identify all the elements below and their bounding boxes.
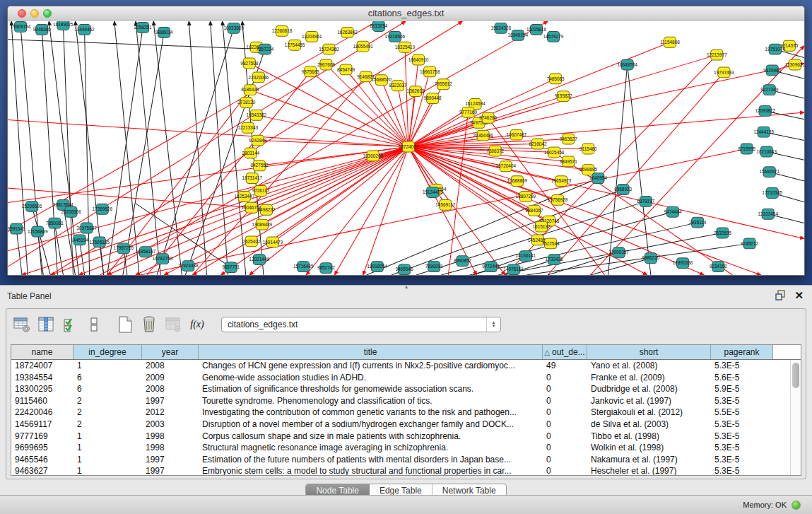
table-cell[interactable]: 6 <box>73 372 142 384</box>
table-cell[interactable]: Tourette syndrome. Phenomenology and cla… <box>199 395 543 407</box>
table-cell[interactable]: Jankovic et al. (1997) <box>587 395 711 407</box>
graph-edge[interactable] <box>107 28 143 275</box>
graph-node[interactable]: 9227349 <box>760 85 778 95</box>
graph-edge[interactable] <box>8 147 408 253</box>
table-row[interactable]: 1830029562008Estimation of significance … <box>11 383 790 395</box>
graph-node[interactable]: 16210643 <box>756 146 777 157</box>
graph-node[interactable]: 9463627 <box>560 134 577 144</box>
table-cell[interactable]: 0 <box>543 465 587 475</box>
column-header-in_degree[interactable]: in_degree <box>73 345 142 359</box>
table-cell[interactable]: 0 <box>543 419 587 431</box>
graph-node[interactable]: 6879197 <box>637 196 654 206</box>
graph-node[interactable]: 18640910 <box>408 54 429 65</box>
graph-node[interactable]: 12754455 <box>285 40 305 50</box>
table-cell[interactable]: 2012 <box>142 407 199 419</box>
graph-node[interactable]: 14136141 <box>516 251 536 262</box>
graph-node[interactable]: 8215955 <box>738 144 755 154</box>
graph-node[interactable]: 18579279 <box>543 31 564 42</box>
table-row[interactable]: 946554611997Estimation of the future num… <box>11 454 790 466</box>
table-cell[interactable]: 5.3E-5 <box>711 442 773 454</box>
graph-node[interactable]: 7632695 <box>714 228 731 238</box>
graph-node[interactable]: 16648784 <box>617 59 637 70</box>
table-row[interactable]: 977716911998Corpus callosum shape and si… <box>11 431 790 443</box>
table-cell[interactable]: 2003 <box>142 419 199 431</box>
table-row[interactable]: 1456911722003Disruption of a novel membe… <box>11 419 790 431</box>
table-cell[interactable]: Wolkin et al. (1998) <box>587 442 711 454</box>
graph-node[interactable]: 12505185 <box>89 237 110 247</box>
table-cell[interactable]: 1998 <box>142 431 199 443</box>
graph-edge[interactable] <box>123 33 164 275</box>
graph-node[interactable]: 9474444 <box>664 206 682 217</box>
graph-node[interactable]: 2935114 <box>689 217 707 228</box>
panel-close-icon[interactable]: ✕ <box>794 290 804 300</box>
column-header-pagerank[interactable]: pagerank <box>711 345 773 359</box>
graph-node[interactable]: 2967608 <box>317 59 335 70</box>
graph-node[interactable]: 16543382 <box>247 110 267 120</box>
graph-edge[interactable] <box>192 147 408 275</box>
table-cell[interactable]: Genome-wide association studies in ADHD. <box>199 372 543 384</box>
network-window-titlebar[interactable]: citations_edges.txt <box>8 6 804 21</box>
table-cell[interactable]: Disruption of a novel member of a sodium… <box>199 419 543 431</box>
graph-node[interactable]: 8958923 <box>614 185 632 195</box>
column-header-out_de[interactable]: △out_de... <box>543 345 587 359</box>
table-cell[interactable]: 1998 <box>142 442 199 454</box>
table-cell[interactable]: 1 <box>73 465 142 475</box>
table-cell[interactable]: Hescheler et al. (1997) <box>587 465 711 475</box>
table-cell[interactable]: 9777169 <box>11 431 73 443</box>
table-cell[interactable]: 49 <box>543 360 587 372</box>
table-cell[interactable]: Corpus callosum shape and size in male p… <box>199 431 543 443</box>
new-table-icon[interactable] <box>115 315 135 334</box>
graph-node[interactable]: 8990852 <box>454 256 471 267</box>
table-cell[interactable]: 2 <box>73 395 142 407</box>
table-cell[interactable]: de Silva et al. (2003) <box>587 419 711 431</box>
table-cell[interactable]: Embryonic stem cells: a model to study s… <box>199 465 543 475</box>
graph-node[interactable]: 9884067 <box>525 205 543 216</box>
table-cell[interactable]: 22420046 <box>11 407 73 419</box>
table-cell[interactable]: Structural magnetic resonance image aver… <box>199 442 543 454</box>
table-cell[interactable]: 0 <box>543 383 587 395</box>
table-cell[interactable]: 5.3E-5 <box>711 360 773 372</box>
graph-node[interactable]: 12213977 <box>707 49 727 60</box>
graph-node[interactable]: 9852742 <box>317 263 335 274</box>
graph-node[interactable]: 12093822 <box>755 106 775 117</box>
memory-status-dot-icon[interactable] <box>792 501 801 510</box>
graph-node[interactable]: 18949294 <box>508 30 529 40</box>
graph-edge[interactable] <box>363 147 408 275</box>
table-cell[interactable]: Dudbridge et al. (2008) <box>587 383 711 395</box>
graph-node[interactable]: 16033809 <box>223 23 244 33</box>
graph-node[interactable]: 7857224 <box>256 44 273 54</box>
table-cell[interactable]: 1 <box>73 442 142 454</box>
table-cell[interactable]: 5.3E-5 <box>711 431 773 443</box>
table-row[interactable]: 946362711997Embryonic stem cells: a mode… <box>11 465 790 475</box>
table-scrollbar-thumb[interactable] <box>792 363 799 388</box>
table-scrollbar[interactable] <box>790 360 801 475</box>
graph-node[interactable]: 7386372 <box>486 146 504 156</box>
graph-node[interactable]: 12260818 <box>272 25 293 36</box>
graph-edge[interactable] <box>408 147 804 239</box>
table-cell[interactable]: 0 <box>543 407 587 419</box>
table-cell[interactable]: 1997 <box>142 395 199 407</box>
table-cell[interactable]: 0 <box>543 372 587 384</box>
table-cell[interactable]: 18724007 <box>11 360 73 372</box>
graph-node[interactable]: 19309154 <box>11 21 31 32</box>
close-traffic-light-icon[interactable] <box>18 9 26 18</box>
graph-node[interactable]: 17210345 <box>762 188 782 199</box>
graph-node[interactable]: 8454749 <box>337 64 355 75</box>
graph-node[interactable]: 10607487 <box>507 129 527 140</box>
table-cell[interactable]: 2009 <box>142 372 199 384</box>
table-cell[interactable]: 1997 <box>142 454 199 466</box>
table-cell[interactable]: 5.3E-5 <box>711 419 773 431</box>
graph-node[interactable]: 14569117 <box>435 199 456 210</box>
graph-node[interactable]: 8813054 <box>370 21 387 31</box>
graph-node[interactable]: 7522544 <box>542 238 560 249</box>
table-cell[interactable]: 5.3E-5 <box>711 465 773 475</box>
table-cell[interactable]: 2008 <box>142 383 199 395</box>
table-cell[interactable]: 18300295 <box>11 383 73 395</box>
table-select-dropdown[interactable]: citations_edges.txt ▲▼ <box>221 317 501 332</box>
graph-node[interactable]: 11449462 <box>75 24 95 35</box>
graph-edge[interactable] <box>189 21 206 275</box>
graph-node[interactable]: 9155822 <box>555 91 572 102</box>
panel-float-icon[interactable] <box>775 290 786 300</box>
table-cell[interactable]: Estimation of the future numbers of pati… <box>199 454 543 466</box>
graph-node[interactable]: 11309622 <box>785 59 804 70</box>
